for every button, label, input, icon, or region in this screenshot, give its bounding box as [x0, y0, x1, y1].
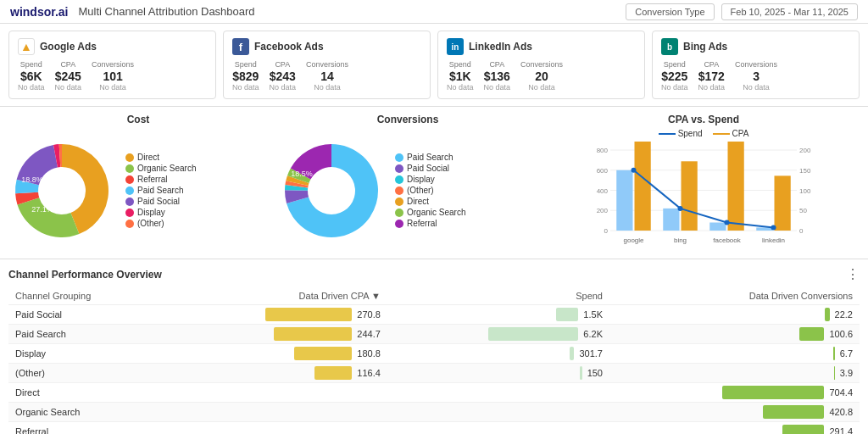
platform-card-facebook-ads: f Facebook Ads Spend $829 No data CPA $2… [223, 31, 431, 99]
legend-item: Referral [125, 175, 196, 184]
svg-text:bing: bing [674, 236, 687, 244]
platform-card-google-ads: ▲ Google Ads Spend $6K No data CPA $245 … [8, 31, 216, 99]
platform-icon: b [661, 38, 678, 55]
cpa-chart: CPA vs. Spend Spend CPA 0020050400100600… [546, 114, 861, 252]
svg-rect-27 [728, 142, 744, 231]
svg-point-34 [725, 220, 730, 225]
conversion-type-button[interactable]: Conversion Type [626, 3, 714, 20]
legend-item: Referral [395, 219, 465, 228]
page-title: Multi Channel Attribution Dashboard [78, 5, 626, 18]
cell-spend: 6.2K [387, 325, 609, 344]
svg-rect-24 [682, 161, 698, 231]
cell-spend: 1.5K [387, 305, 609, 325]
legend-item: Organic Search [125, 164, 196, 173]
platform-icon: ▲ [18, 38, 35, 55]
card-header: ▲ Google Ads [18, 38, 207, 55]
svg-rect-20 [616, 170, 632, 231]
cpa-metric: CPA $245 No data [55, 60, 82, 92]
spend-metric: Spend $6K No data [18, 60, 45, 92]
platform-name: LinkedIn Ads [469, 41, 532, 53]
cell-spend [387, 403, 609, 422]
legend-dot [395, 153, 403, 162]
table-title: Channel Performance Overview [8, 269, 162, 281]
spend-bar [580, 366, 582, 380]
card-header: in LinkedIn Ads [447, 38, 636, 55]
legend-dot [395, 220, 403, 228]
cell-spend: 150 [387, 364, 609, 383]
table-menu-button[interactable]: ⋮ [846, 266, 860, 282]
col-cpa[interactable]: Data Driven CPA ▼ [164, 287, 387, 305]
platform-name: Bing Ads [683, 41, 727, 53]
col-spend[interactable]: Spend [387, 287, 609, 305]
conv-bar [834, 366, 835, 380]
cpa-legend: Spend CPA [659, 129, 749, 138]
table-row: Paid Search 244.7 6.2K 100.6 [8, 325, 860, 344]
legend-dot [395, 198, 403, 206]
legend-item: Display [125, 208, 196, 217]
cost-chart-content: 45.4%27.1%18.8% DirectOrganic SearchRefe… [7, 129, 270, 252]
spend-bar [556, 308, 578, 321]
legend-item: Paid Search [395, 153, 465, 162]
cost-chart-title: Cost [127, 114, 150, 125]
cpa-bar [274, 327, 352, 341]
cpa-metric: CPA $172 No data [698, 60, 726, 92]
table-head: Channel Grouping Data Driven CPA ▼ Spend… [8, 287, 860, 305]
table-section: Channel Performance Overview ⋮ Channel G… [0, 259, 868, 434]
table-row: Display 180.8 301.7 6.7 [8, 344, 860, 364]
legend-dot [395, 209, 403, 217]
table-row: Paid Social 270.8 1.5K 22.2 [8, 305, 860, 325]
table-body: Paid Social 270.8 1.5K 22.2 Paid Search … [8, 305, 860, 435]
svg-point-32 [632, 168, 637, 173]
table-row: (Other) 116.4 150 3.9 [8, 364, 860, 383]
conversions-legend: Paid SearchPaid SocialDisplay(Other)Dire… [395, 153, 465, 228]
platform-card-bing-ads: b Bing Ads Spend $225 No data CPA $172 N… [652, 31, 860, 99]
cpa-legend-label: CPA [732, 129, 749, 138]
legend-item: (Other) [395, 186, 465, 195]
card-metrics: Spend $1K No data CPA $136 No data Conve… [447, 60, 636, 92]
conversions-metric: Conversions 101 No data [92, 60, 134, 92]
cell-cpa [164, 383, 387, 403]
platform-card-linkedin-ads: in LinkedIn Ads Spend $1K No data CPA $1… [437, 31, 645, 99]
cpa-bar [265, 308, 352, 321]
table-row: Organic Search 420.8 [8, 403, 860, 422]
legend-item: Organic Search [395, 208, 465, 217]
cpa-metric: CPA $136 No data [484, 60, 511, 92]
svg-text:100: 100 [799, 187, 811, 195]
table-header: Channel Performance Overview ⋮ [8, 266, 860, 282]
cell-spend [387, 422, 609, 435]
cell-spend [387, 383, 609, 403]
spend-line-sample [659, 133, 676, 135]
cell-channel: (Other) [8, 364, 164, 383]
conv-bar [722, 386, 824, 399]
conv-bar [799, 327, 824, 341]
cell-channel: Paid Social [8, 305, 164, 325]
conversions-donut: 76.9%18.5% [276, 136, 387, 246]
svg-text:400: 400 [597, 187, 609, 195]
col-channel[interactable]: Channel Grouping [8, 287, 164, 305]
conv-bar [782, 425, 824, 434]
conv-bar [763, 405, 824, 419]
card-metrics: Spend $829 No data CPA $243 No data Conv… [232, 60, 421, 92]
cpa-metric: CPA $243 No data [270, 60, 297, 92]
col-conversions[interactable]: Data Driven Conversions [609, 287, 860, 305]
legend-dot [125, 209, 134, 217]
cell-channel: Paid Search [8, 325, 164, 344]
platform-icon: in [447, 38, 464, 55]
spend-legend-label: Spend [678, 129, 703, 138]
cell-conversions: 22.2 [609, 305, 860, 325]
cell-conversions: 100.6 [609, 325, 860, 344]
header-controls: Conversion Type Feb 10, 2025 - Mar 11, 2… [626, 3, 858, 20]
cell-cpa [164, 422, 387, 435]
date-range-button[interactable]: Feb 10, 2025 - Mar 11, 2025 [721, 3, 858, 20]
spend-metric: Spend $225 No data [661, 60, 688, 92]
legend-dot [125, 198, 134, 206]
svg-point-35 [771, 225, 776, 230]
cpa-chart-title: CPA vs. Spend [668, 114, 739, 125]
table-header-row: Channel Grouping Data Driven CPA ▼ Spend… [8, 287, 860, 305]
spend-bar [488, 327, 578, 341]
legend-dot [395, 175, 403, 184]
legend-item: Paid Social [395, 164, 465, 173]
conversions-chart-content: 76.9%18.5% Paid SearchPaid SocialDisplay… [276, 129, 539, 252]
legend-item: Direct [125, 153, 196, 162]
svg-text:18.5%: 18.5% [291, 170, 313, 178]
